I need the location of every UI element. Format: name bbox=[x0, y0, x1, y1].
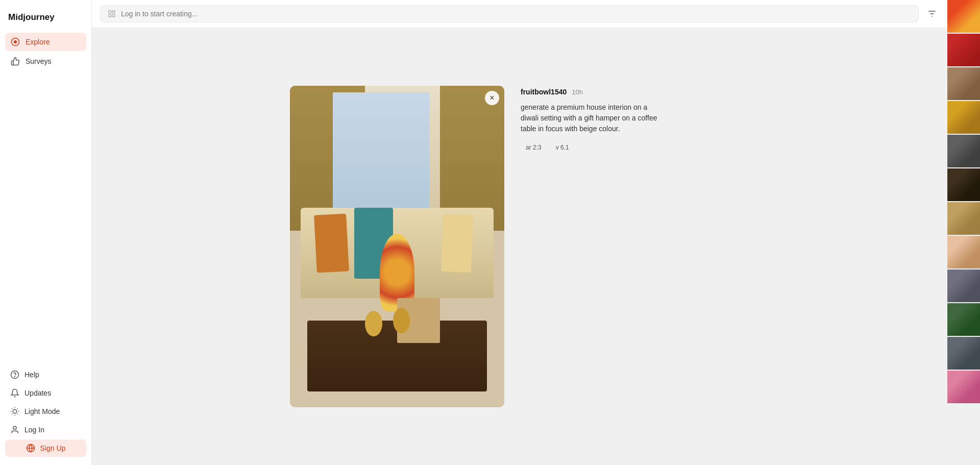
sidebar-bottom: Help Updates bbox=[0, 366, 91, 457]
content-area: × fruitbowl1540 10h generate a premium h… bbox=[92, 28, 947, 465]
login-icon bbox=[10, 425, 19, 434]
svg-rect-17 bbox=[112, 11, 115, 13]
svg-point-1 bbox=[14, 41, 17, 43]
signup-icon bbox=[26, 444, 35, 453]
main-content: × fruitbowl1540 10h generate a premium h… bbox=[92, 0, 947, 465]
modal-image bbox=[290, 86, 504, 407]
svg-line-7 bbox=[12, 408, 12, 409]
signup-button[interactable]: Sign Up bbox=[5, 439, 86, 457]
signup-label: Sign Up bbox=[40, 444, 66, 452]
modal-time: 10h bbox=[572, 88, 583, 96]
help-icon bbox=[10, 370, 19, 379]
brand-logo: Midjourney bbox=[0, 8, 91, 33]
room-pillow-1 bbox=[314, 213, 349, 273]
sidebar-item-light-mode[interactable]: Light Mode bbox=[5, 403, 86, 420]
sidebar-item-surveys-label: Surveys bbox=[26, 57, 52, 65]
svg-line-12 bbox=[17, 408, 18, 409]
thumbnail-9[interactable] bbox=[947, 270, 980, 302]
thumbnail-10[interactable] bbox=[947, 303, 980, 336]
sidebar: Midjourney Explore Surveys bbox=[0, 0, 92, 465]
svg-line-8 bbox=[17, 414, 18, 414]
modal-tag-ar: ar 2:3 bbox=[521, 142, 547, 153]
thumbnail-2[interactable] bbox=[947, 34, 980, 66]
thumbnail-5[interactable] bbox=[947, 135, 980, 167]
sidebar-item-help[interactable]: Help bbox=[5, 366, 86, 383]
explore-icon bbox=[10, 37, 20, 47]
svg-rect-19 bbox=[112, 14, 115, 17]
search-bar[interactable] bbox=[100, 5, 919, 22]
topbar bbox=[92, 0, 947, 28]
modal-container: × fruitbowl1540 10h generate a premium h… bbox=[290, 86, 749, 407]
sidebar-item-updates[interactable]: Updates bbox=[5, 384, 86, 402]
thumbnail-12[interactable] bbox=[947, 371, 980, 403]
login-button[interactable]: Log In bbox=[5, 421, 86, 438]
right-thumbnail-strip bbox=[947, 0, 980, 465]
room-candle-1 bbox=[365, 311, 382, 336]
search-icon bbox=[108, 10, 116, 18]
thumbnail-3[interactable] bbox=[947, 67, 980, 100]
sidebar-nav: Explore Surveys bbox=[0, 33, 91, 366]
filter-button[interactable] bbox=[925, 7, 939, 21]
modal-overlay: × fruitbowl1540 10h generate a premium h… bbox=[92, 28, 947, 465]
sidebar-item-help-label: Help bbox=[24, 371, 39, 379]
room-candle-2 bbox=[393, 308, 410, 333]
svg-point-4 bbox=[13, 409, 17, 413]
room-window bbox=[333, 92, 429, 221]
updates-icon bbox=[10, 388, 19, 398]
modal-tag-version: v 6.1 bbox=[551, 142, 574, 153]
search-input[interactable] bbox=[121, 10, 911, 18]
surveys-icon bbox=[10, 56, 20, 66]
sidebar-item-explore-label: Explore bbox=[26, 38, 50, 46]
thumbnail-11[interactable] bbox=[947, 337, 980, 370]
svg-rect-18 bbox=[109, 14, 111, 17]
sidebar-item-light-mode-label: Light Mode bbox=[24, 407, 60, 415]
login-label: Log In bbox=[24, 426, 44, 434]
svg-rect-16 bbox=[109, 11, 111, 13]
modal-tags: ar 2:3 v 6.1 bbox=[521, 142, 664, 153]
sidebar-item-surveys[interactable]: Surveys bbox=[5, 52, 86, 70]
light-mode-icon bbox=[10, 407, 19, 416]
modal-info: fruitbowl1540 10h generate a premium hou… bbox=[521, 86, 664, 153]
thumbnail-8[interactable] bbox=[947, 236, 980, 268]
thumbnail-1[interactable] bbox=[947, 0, 980, 33]
sidebar-item-explore[interactable]: Explore bbox=[5, 33, 86, 51]
room-pillow-3 bbox=[441, 214, 473, 273]
svg-line-11 bbox=[12, 414, 12, 414]
thumbnail-6[interactable] bbox=[947, 168, 980, 201]
modal-close-button[interactable]: × bbox=[485, 91, 499, 105]
modal-username: fruitbowl1540 bbox=[521, 88, 567, 96]
modal-prompt: generate a premium house interion on a d… bbox=[521, 102, 664, 134]
svg-point-13 bbox=[13, 426, 16, 429]
thumbnail-7[interactable] bbox=[947, 202, 980, 235]
modal-image-wrap: × bbox=[290, 86, 504, 407]
sidebar-item-updates-label: Updates bbox=[24, 389, 51, 397]
thumbnail-4[interactable] bbox=[947, 101, 980, 134]
modal-user-row: fruitbowl1540 10h bbox=[521, 88, 664, 96]
